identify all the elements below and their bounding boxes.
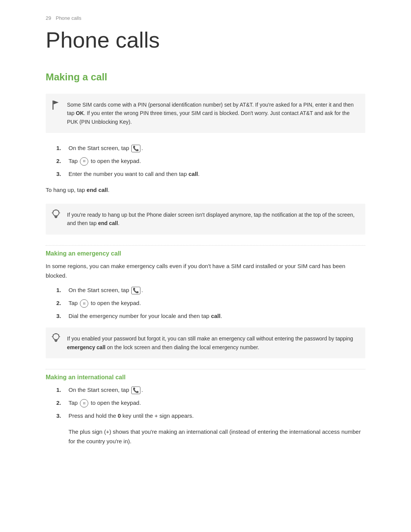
hang-up-text: To hang up, tap end call. — [46, 185, 365, 195]
emergency-call-section: Making an emergency call In some regions… — [46, 245, 365, 358]
international-indent-text: The plus sign (+) shows that you're maki… — [46, 427, 365, 446]
step-2-num: 2. — [56, 157, 61, 166]
step-1: 1. On the Start screen, tap 📞. — [68, 144, 365, 153]
phone-icon: 📞 — [131, 145, 140, 152]
tip-box-1-text: If you're ready to hang up but the Phone… — [67, 212, 355, 226]
svg-line-6 — [53, 211, 54, 212]
step-1-num: 1. — [56, 144, 61, 153]
international-call-section: Making an international call 1. On the S… — [46, 369, 365, 446]
international-steps: 1. On the Start screen, tap 📞. 2. Tap ⌗ … — [46, 385, 365, 420]
emergency-body-text: In some regions, you can make emergency … — [46, 262, 365, 281]
keypad-icon-3: ⌗ — [80, 399, 88, 407]
tip-box-1: If you're ready to hang up but the Phone… — [46, 204, 365, 235]
note-box: Some SIM cards come with a PIN (personal… — [46, 94, 365, 133]
international-step-3-num: 3. — [56, 411, 61, 420]
end-call-bold: end call — [87, 187, 108, 193]
svg-point-2 — [53, 210, 59, 216]
international-subsection-title: Making an international call — [46, 369, 365, 381]
making-a-call-steps: 1. On the Start screen, tap 📞. 2. Tap ⌗ … — [46, 144, 365, 179]
page-number: 29 — [46, 15, 51, 21]
international-step-2-num: 2. — [56, 398, 61, 407]
tip-box-2: If you enabled your password but forgot … — [46, 328, 365, 358]
svg-marker-1 — [54, 101, 59, 104]
international-step-1-num: 1. — [56, 385, 61, 395]
svg-line-7 — [59, 211, 59, 212]
international-step-1: 1. On the Start screen, tap 📞. — [68, 385, 365, 395]
svg-line-14 — [53, 335, 54, 335]
phone-icon-2: 📞 — [131, 287, 140, 294]
emergency-subsection-title: Making an emergency call — [46, 245, 365, 257]
flag-icon — [52, 101, 59, 113]
emergency-step-2-num: 2. — [56, 299, 61, 308]
international-step-3: 3. Press and hold the 0 key until the + … — [68, 411, 365, 420]
step-3-num: 3. — [56, 169, 61, 179]
tip-box-2-text: If you enabled your password but forgot … — [67, 335, 353, 350]
page-number-line: 29 Phone calls — [46, 15, 365, 21]
svg-rect-0 — [53, 101, 54, 110]
svg-point-10 — [53, 334, 59, 340]
emergency-step-3-num: 3. — [56, 312, 61, 321]
lightbulb-icon-1 — [51, 209, 62, 220]
keypad-icon: ⌗ — [80, 157, 88, 166]
svg-line-15 — [59, 335, 59, 335]
emergency-step-1: 1. On the Start screen, tap 📞. — [68, 286, 365, 295]
note-box-text: Some SIM cards come with a PIN (personal… — [67, 102, 354, 125]
page-title: Phone calls — [46, 28, 365, 52]
emergency-step-3: 3. Dial the emergency number for your lo… — [68, 312, 365, 321]
step-2: 2. Tap ⌗ to open the keypad. — [68, 157, 365, 166]
phone-icon-3: 📞 — [131, 387, 140, 394]
keypad-icon-2: ⌗ — [80, 299, 88, 308]
lightbulb-icon-2 — [51, 333, 62, 343]
emergency-step-2: 2. Tap ⌗ to open the keypad. — [68, 299, 365, 308]
international-step-2: 2. Tap ⌗ to open the keypad. — [68, 398, 365, 407]
step-3: 3. Enter the number you want to call and… — [68, 169, 365, 179]
page-chapter: Phone calls — [56, 15, 81, 21]
emergency-step-1-num: 1. — [56, 286, 61, 295]
emergency-steps: 1. On the Start screen, tap 📞. 2. Tap ⌗ … — [46, 286, 365, 321]
section-title: Making a call — [46, 71, 365, 83]
